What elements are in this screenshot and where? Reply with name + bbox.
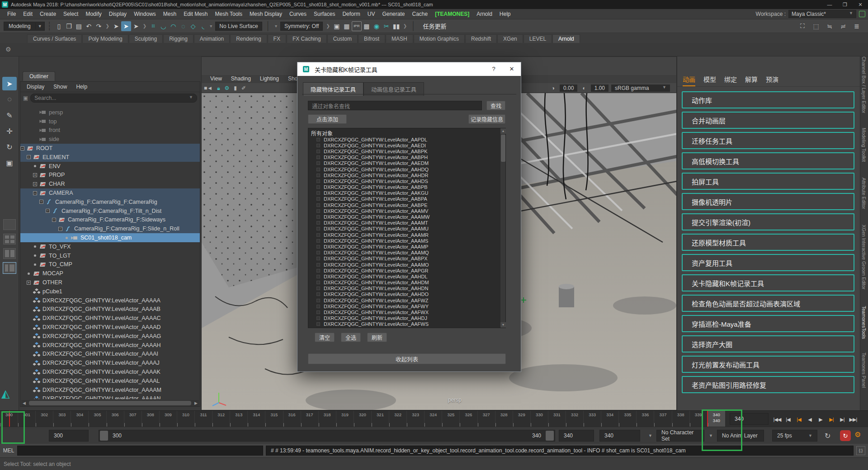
timeline-tick-317[interactable]: 317 xyxy=(301,411,318,427)
tool-button-3[interactable]: 迁移任务工具 xyxy=(682,132,854,149)
outliner-row-camerarig-f-camerarig-f-tilt-n-dist[interactable]: −CameraRig_F:CameraRig_F:Tilt_n_Dist xyxy=(20,207,200,216)
outliner-row-dxrcxzfqgc-ghntyw-levelactor-aaaam[interactable]: DXRCXZFQGC_GHNTYW:LevelActor_AAAAM xyxy=(20,385,200,395)
timeline-tick-311[interactable]: 311 xyxy=(194,411,212,427)
shelf-tab-poly-modeling[interactable]: Poly Modeling xyxy=(82,34,128,43)
dialog-search-input[interactable]: 通过对象名查找 xyxy=(308,101,482,110)
item-checkbox[interactable] xyxy=(316,168,320,171)
object-list-item[interactable]: DXRCXZFQGC_GHNTYW:LevelActor_AAHDO xyxy=(308,291,500,297)
timeline-tick-332[interactable]: 332 xyxy=(566,411,583,427)
scroll-up-icon[interactable]: ▲ xyxy=(500,128,506,134)
outliner-row-dxrcxzfqgc-ghntyw-levelactor-aaaal[interactable]: DXRCXZFQGC_GHNTYW:LevelActor_AAAAL xyxy=(20,376,200,385)
outliner-menu-help[interactable]: Help xyxy=(72,83,91,90)
snap-surface-icon[interactable]: ◟ xyxy=(198,21,208,31)
sidebar-tab-[interactable]: 预演 xyxy=(766,75,778,86)
object-list-item[interactable]: DXRCXZFQGC_GHNTYW:LevelActor_AAKGU xyxy=(308,190,500,196)
timeline-tick-308[interactable]: 308 xyxy=(142,411,159,427)
tool-button-13[interactable]: 选择资产大圈 xyxy=(682,335,854,352)
object-list-item[interactable]: DXRCXZFQGC_GHNTYW:LevelActor_AAAMU xyxy=(308,226,500,232)
shelf-tab-rendering[interactable]: Rendering xyxy=(230,34,267,43)
object-list-item[interactable]: DXRCXZFQGC_GHNTYW:LevelActor_AAHDJ xyxy=(308,315,500,321)
outliner-row-pcube1[interactable]: pCube1 xyxy=(20,287,200,296)
item-checkbox[interactable] xyxy=(316,197,320,201)
find-button[interactable]: 查找 xyxy=(486,101,505,110)
outliner-search-input[interactable]: Search...▼ xyxy=(30,94,197,103)
object-list-item[interactable]: DXRCXZFQGC_GHNTYW:LevelActor_AAAMS xyxy=(308,238,500,244)
timeline-tick-319[interactable]: 319 xyxy=(336,411,354,427)
timeline-tick-315[interactable]: 315 xyxy=(265,411,283,427)
tool-button-4[interactable]: 高低模切换工具 xyxy=(682,152,854,169)
outliner-row-mocap[interactable]: MOCAP xyxy=(20,269,200,278)
menu-item-mesh[interactable]: Mesh xyxy=(160,9,180,19)
dock-tab-teamones-panel[interactable]: Teamones Panel xyxy=(861,352,867,388)
menu-item-cache[interactable]: Cache xyxy=(408,9,431,19)
outliner-panel-tab[interactable]: Outliner xyxy=(23,71,55,81)
item-checkbox[interactable] xyxy=(316,233,320,237)
isolate-icon[interactable]: ⬚ xyxy=(811,21,821,31)
layout-four-pane-button[interactable] xyxy=(3,234,16,244)
play-forwards-button[interactable]: ▶ xyxy=(816,414,826,425)
gamma-icon[interactable]: ◐ xyxy=(582,85,585,91)
shelf-gear-icon[interactable]: ⚙ xyxy=(5,46,11,53)
tool-button-14[interactable]: 灯光前置发布动画工具 xyxy=(682,356,854,373)
object-list-item[interactable]: DXRCXZFQGC_GHNTYW:LevelActor_AABPB xyxy=(308,184,500,190)
item-checkbox[interactable] xyxy=(316,281,320,284)
item-checkbox[interactable] xyxy=(316,292,320,296)
item-checkbox[interactable] xyxy=(316,257,320,260)
vp-lock-icon[interactable]: 🔒︎ xyxy=(217,85,220,91)
symmetry-dropdown-icon[interactable]: ▾ xyxy=(275,24,277,28)
fps-select[interactable]: 25 fps▼ xyxy=(772,430,817,442)
menu-item-display[interactable]: Display xyxy=(105,9,130,19)
outliner-row-side[interactable]: side xyxy=(20,135,200,144)
outliner-row-dxrcxzfqgc-ghntyw-levelactor-aaaac[interactable]: DXRCXZFQGC_GHNTYW:LevelActor_AAAAC xyxy=(20,314,200,323)
expand-icon[interactable]: + xyxy=(33,182,37,186)
item-checkbox[interactable] xyxy=(316,227,320,230)
shelf-tab-sculpting[interactable]: Sculpting xyxy=(129,34,163,43)
sidebar-tab-[interactable]: 动画 xyxy=(683,75,695,86)
outliner-row-other[interactable]: +OTHER xyxy=(20,278,200,287)
dock-tab-attribute-editor[interactable]: Attribute Editor xyxy=(861,178,867,209)
go-to-end-button[interactable]: ▶▶| xyxy=(848,414,858,425)
timeline-tick-331[interactable]: 331 xyxy=(548,411,566,427)
object-list-item[interactable]: DXRCXZFQGC_GHNTYW:LevelActor_AAHDM xyxy=(308,280,500,286)
timeline-tick-316[interactable]: 316 xyxy=(283,411,301,427)
outliner-row-dxrcxzfqgc-ghntyw-levelactor-aaaah[interactable]: DXRCXZFQGC_GHNTYW:LevelActor_AAAAH xyxy=(20,341,200,350)
select-tool-icon[interactable]: ➤ xyxy=(2,77,17,90)
save-scene-icon[interactable]: ▤ xyxy=(74,21,84,31)
outliner-row-camerarig-f-camerarig-f-sideways[interactable]: −CameraRig_F:CameraRig_F:Sideways xyxy=(20,216,200,225)
gamma-value[interactable]: 1.00 xyxy=(591,85,609,92)
range-end-handle[interactable] xyxy=(546,431,554,441)
outliner-row-root[interactable]: −ROOT xyxy=(20,144,200,153)
object-list-item[interactable]: DXRCXZFQGC_GHNTYW:LevelActor_AAFWX xyxy=(308,309,500,315)
sidebar-tab-[interactable]: 绑定 xyxy=(724,75,737,86)
range-end-field[interactable]: 340 xyxy=(559,430,594,442)
rotate-tool-icon[interactable]: ↻ xyxy=(2,140,17,154)
outliner-row-env[interactable]: ENV xyxy=(20,162,200,171)
scroll-down-icon[interactable]: ▼ xyxy=(500,322,506,328)
shelf-tab-motion-graphics[interactable]: Motion Graphics xyxy=(414,34,465,43)
item-checkbox[interactable] xyxy=(316,239,320,243)
tool-button-1[interactable]: 动作库 xyxy=(682,91,854,108)
shelf-tab-custom[interactable]: Custom xyxy=(327,34,358,43)
animation-preferences-icon[interactable]: ⚙ xyxy=(854,430,861,439)
range-slider[interactable]: 300 340 xyxy=(99,430,555,442)
clear-button[interactable]: 清空 xyxy=(315,333,335,342)
record-hidden-info-button[interactable]: 记录隐藏信息 xyxy=(468,114,505,124)
item-checkbox[interactable] xyxy=(316,316,320,320)
animation-start-field[interactable]: 300 xyxy=(49,430,89,442)
menu-item-file[interactable]: File xyxy=(4,9,19,19)
select-all-button[interactable]: 全选 xyxy=(341,333,361,342)
tool-button-2[interactable]: 合并动画层 xyxy=(682,112,854,129)
mel-input[interactable] xyxy=(17,446,263,456)
outliner-row-dxrcxzfqgc-ghntyw-levelactor-aaaab[interactable]: DXRCXZFQGC_GHNTYW:LevelActor_AAAAB xyxy=(20,305,200,314)
item-checkbox[interactable] xyxy=(316,161,320,165)
outliner-row-prop[interactable]: +PROP xyxy=(20,171,200,180)
timeline-tick-312[interactable]: 312 xyxy=(212,411,230,427)
outliner-row-dxrcxzfqgc-ghntyw-levelactor-aaaaa[interactable]: DXRCXZFQGC_GHNTYW:LevelActor_AAAAA xyxy=(20,296,200,305)
outliner-hscrollbar[interactable]: ◀▶ xyxy=(21,400,199,406)
viewport-menu-lighting[interactable]: Lighting xyxy=(256,75,283,83)
select-by-object-icon[interactable]: ➤ xyxy=(121,21,131,31)
menu-item-edit-mesh[interactable]: Edit Mesh xyxy=(180,9,211,19)
outliner-row-char[interactable]: +CHAR xyxy=(20,179,200,188)
click-add-button[interactable]: 点击添加 xyxy=(308,114,347,124)
outliner-row-dxrcxzfqgc-ghntyw-levelactor-aaaaj[interactable]: DXRCXZFQGC_GHNTYW:LevelActor_AAAAJ xyxy=(20,358,200,367)
